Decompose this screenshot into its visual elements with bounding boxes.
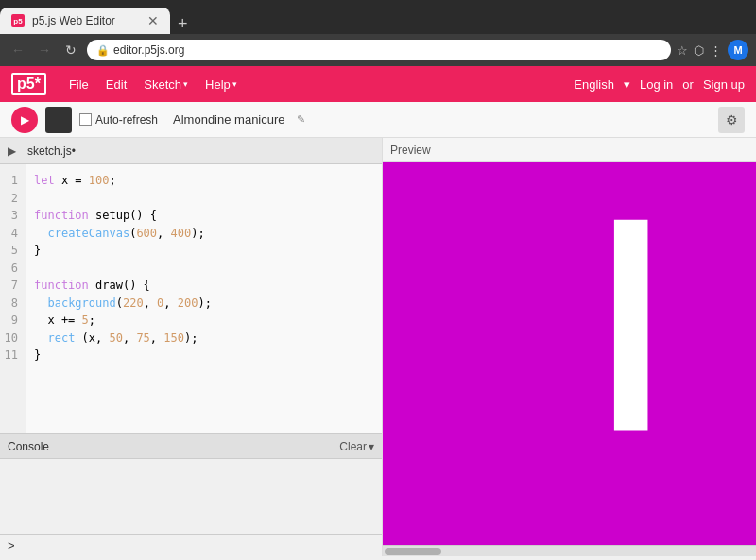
- nav-file[interactable]: File: [61, 74, 96, 95]
- main-content: ▶ sketch.js• 1 2 3 4 5 6 7 8 9 10 11 let…: [0, 138, 756, 556]
- forward-button[interactable]: →: [34, 40, 55, 60]
- signup-link[interactable]: Sign up: [703, 77, 745, 92]
- editor-panel: ▶ sketch.js• 1 2 3 4 5 6 7 8 9 10 11 let…: [0, 138, 383, 556]
- console-body: [0, 459, 382, 534]
- top-nav: p5* File Edit Sketch ▾ Help ▾ English ▾ …: [0, 66, 756, 102]
- line-numbers: 1 2 3 4 5 6 7 8 9 10 11: [0, 164, 26, 433]
- clear-console-button[interactable]: Clear ▾: [339, 440, 374, 453]
- code-editor[interactable]: let x = 100; function setup() { createCa…: [26, 164, 382, 433]
- new-tab-button[interactable]: +: [178, 14, 188, 34]
- more-button[interactable]: ⋮: [710, 43, 722, 58]
- stop-button[interactable]: [45, 107, 72, 133]
- nav-or: or: [682, 77, 694, 92]
- tab-bar: p5 p5.js Web Editor ✕ +: [0, 0, 756, 34]
- user-avatar[interactable]: M: [728, 40, 748, 60]
- console-panel: Console Clear ▾ >: [0, 433, 382, 556]
- line-num-6: 6: [4, 260, 22, 278]
- auto-refresh-control: Auto-refresh: [79, 113, 158, 127]
- svg-rect-1: [614, 220, 648, 431]
- auto-refresh-checkbox[interactable]: [79, 113, 92, 126]
- nav-menu: File Edit Sketch ▾ Help ▾: [61, 74, 245, 95]
- address-bar[interactable]: 🔒 editor.p5js.org: [87, 40, 671, 60]
- preview-scrollbar[interactable]: [383, 545, 756, 556]
- toolbar: ▶ Auto-refresh Almondine manicure ✎ ⚙: [0, 102, 756, 138]
- preview-panel: Preview: [383, 138, 756, 556]
- back-button[interactable]: ←: [8, 40, 28, 60]
- p5-canvas-svg: [383, 162, 756, 545]
- edit-sketch-name-icon[interactable]: ✎: [297, 113, 305, 126]
- p5-logo: p5*: [11, 73, 46, 95]
- line-num-8: 8: [4, 295, 22, 313]
- console-input-row: >: [0, 534, 382, 556]
- lock-icon: 🔒: [96, 44, 110, 57]
- login-link[interactable]: Log in: [640, 77, 673, 92]
- line-num-11: 11: [4, 347, 22, 365]
- preview-header: Preview: [383, 138, 756, 162]
- app: p5* File Edit Sketch ▾ Help ▾ English ▾ …: [0, 66, 756, 556]
- line-num-9: 9: [4, 312, 22, 330]
- browser-controls: ← → ↻ 🔒 editor.p5js.org ☆ ⬡ ⋮ M: [0, 34, 756, 66]
- nav-right: English ▾ Log in or Sign up: [574, 77, 745, 92]
- line-num-1: 1: [4, 172, 22, 190]
- tab-title: p5.js Web Editor: [32, 14, 115, 27]
- play-button[interactable]: ▶: [11, 107, 38, 133]
- console-title: Console: [8, 440, 49, 453]
- console-header: Console Clear ▾: [0, 434, 382, 459]
- tab-close-button[interactable]: ✕: [147, 13, 159, 28]
- line-num-2: 2: [4, 190, 22, 208]
- chevron-down-icon: ▾: [369, 440, 374, 453]
- console-input[interactable]: [19, 539, 374, 552]
- sketch-name: Almondine manicure: [173, 112, 285, 127]
- preview-canvas: [383, 162, 756, 545]
- svg-rect-0: [383, 162, 756, 545]
- browser-actions: ☆ ⬡ ⋮ M: [677, 40, 748, 60]
- line-num-5: 5: [4, 242, 22, 260]
- file-tab-bar: ▶ sketch.js•: [0, 138, 382, 164]
- line-num-3: 3: [4, 207, 22, 225]
- browser-chrome: p5 p5.js Web Editor ✕ + ← → ↻ 🔒 editor.p…: [0, 0, 756, 66]
- line-num-7: 7: [4, 277, 22, 295]
- bookmark-button[interactable]: ☆: [677, 43, 688, 58]
- line-num-4: 4: [4, 225, 22, 243]
- collapse-sidebar-button[interactable]: ▶: [8, 144, 16, 158]
- nav-lang-arrow: ▾: [624, 77, 630, 92]
- code-area[interactable]: 1 2 3 4 5 6 7 8 9 10 11 let x = 100; fun…: [0, 164, 382, 433]
- language-selector[interactable]: English: [574, 77, 614, 92]
- auto-refresh-label: Auto-refresh: [95, 113, 158, 127]
- browser-tab[interactable]: p5 p5.js Web Editor ✕: [0, 8, 170, 34]
- tab-favicon: p5: [11, 14, 25, 27]
- nav-edit[interactable]: Edit: [98, 74, 134, 95]
- extensions-button[interactable]: ⬡: [694, 43, 704, 58]
- console-prompt: >: [8, 538, 15, 552]
- address-text: editor.p5js.org: [113, 43, 184, 57]
- nav-sketch[interactable]: Sketch ▾: [136, 74, 196, 95]
- file-tab-sketch[interactable]: sketch.js•: [22, 143, 81, 160]
- scrollbar-thumb: [385, 548, 441, 555]
- refresh-button[interactable]: ↻: [60, 40, 81, 60]
- nav-help[interactable]: Help ▾: [198, 74, 245, 95]
- line-num-10: 10: [4, 330, 22, 348]
- settings-button[interactable]: ⚙: [718, 107, 745, 133]
